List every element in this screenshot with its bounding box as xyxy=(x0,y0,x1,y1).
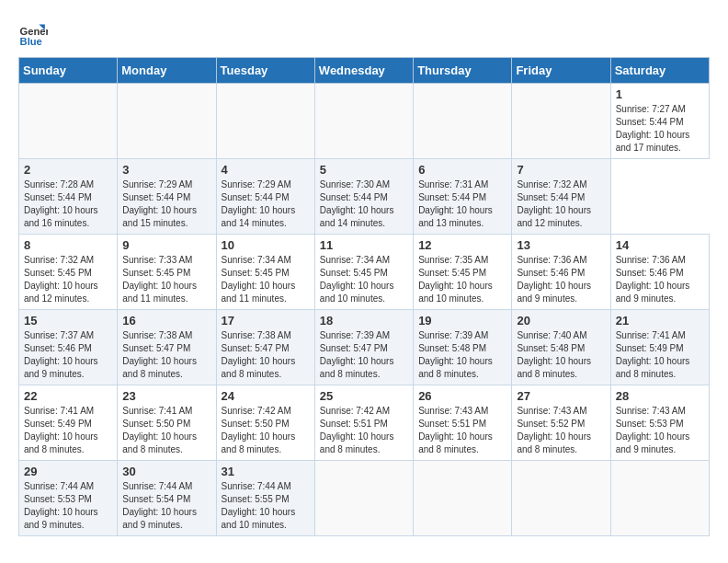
calendar-cell xyxy=(512,84,610,159)
day-number: 15 xyxy=(24,314,112,327)
day-number: 9 xyxy=(122,238,210,252)
day-number: 12 xyxy=(418,238,506,252)
day-number: 21 xyxy=(616,314,704,327)
calendar-cell: 24Sunrise: 7:42 AMSunset: 5:50 PMDayligh… xyxy=(216,385,314,461)
day-info: Sunrise: 7:36 AMSunset: 5:46 PMDaylight:… xyxy=(616,255,690,304)
day-info: Sunrise: 7:44 AMSunset: 5:53 PMDaylight:… xyxy=(24,481,98,530)
logo-icon: General Blue xyxy=(18,18,48,48)
day-number: 25 xyxy=(320,389,408,403)
day-number: 19 xyxy=(418,314,506,327)
day-info: Sunrise: 7:41 AMSunset: 5:49 PMDaylight:… xyxy=(616,330,690,379)
calendar-cell: 7Sunrise: 7:32 AMSunset: 5:44 PMDaylight… xyxy=(512,159,610,235)
day-info: Sunrise: 7:31 AMSunset: 5:44 PMDaylight:… xyxy=(418,179,493,228)
day-number: 29 xyxy=(24,465,112,478)
day-number: 13 xyxy=(517,238,605,252)
day-info: Sunrise: 7:27 AMSunset: 5:44 PMDaylight:… xyxy=(616,104,690,153)
day-header-sunday: Sunday xyxy=(19,58,118,84)
day-header-friday: Friday xyxy=(512,58,610,84)
day-header-thursday: Thursday xyxy=(414,58,512,84)
week-row-2: 2Sunrise: 7:28 AMSunset: 5:44 PMDaylight… xyxy=(19,159,710,235)
calendar-cell: 30Sunrise: 7:44 AMSunset: 5:54 PMDayligh… xyxy=(118,461,216,536)
day-header-saturday: Saturday xyxy=(610,58,709,84)
day-info: Sunrise: 7:29 AMSunset: 5:44 PMDaylight:… xyxy=(222,179,296,228)
week-row-6: 29Sunrise: 7:44 AMSunset: 5:53 PMDayligh… xyxy=(19,461,710,536)
day-number: 5 xyxy=(320,163,408,177)
calendar-cell xyxy=(610,461,709,536)
day-info: Sunrise: 7:42 AMSunset: 5:51 PMDaylight:… xyxy=(320,406,394,454)
calendar-cell: 9Sunrise: 7:33 AMSunset: 5:45 PMDaylight… xyxy=(118,235,216,310)
calendar-cell: 10Sunrise: 7:34 AMSunset: 5:45 PMDayligh… xyxy=(216,235,314,310)
calendar-cell: 5Sunrise: 7:30 AMSunset: 5:44 PMDaylight… xyxy=(314,159,413,235)
day-number: 10 xyxy=(222,238,310,252)
day-info: Sunrise: 7:44 AMSunset: 5:55 PMDaylight:… xyxy=(222,481,296,530)
calendar-cell: 28Sunrise: 7:43 AMSunset: 5:53 PMDayligh… xyxy=(610,385,709,461)
day-info: Sunrise: 7:44 AMSunset: 5:54 PMDaylight:… xyxy=(122,481,197,530)
day-info: Sunrise: 7:41 AMSunset: 5:49 PMDaylight:… xyxy=(24,406,98,454)
day-number: 30 xyxy=(122,465,210,478)
day-number: 16 xyxy=(122,314,210,327)
day-info: Sunrise: 7:36 AMSunset: 5:46 PMDaylight:… xyxy=(517,255,591,304)
day-number: 3 xyxy=(122,163,210,177)
calendar-cell: 23Sunrise: 7:41 AMSunset: 5:50 PMDayligh… xyxy=(118,385,216,461)
day-number: 2 xyxy=(24,163,112,177)
day-number: 23 xyxy=(122,389,210,403)
calendar-cell xyxy=(216,84,314,159)
calendar-cell xyxy=(314,461,413,536)
calendar-cell: 12Sunrise: 7:35 AMSunset: 5:45 PMDayligh… xyxy=(414,235,512,310)
calendar-table: SundayMondayTuesdayWednesdayThursdayFrid… xyxy=(18,57,710,536)
calendar-cell: 4Sunrise: 7:29 AMSunset: 5:44 PMDaylight… xyxy=(216,159,314,235)
calendar-cell: 20Sunrise: 7:40 AMSunset: 5:48 PMDayligh… xyxy=(512,310,610,385)
day-info: Sunrise: 7:34 AMSunset: 5:45 PMDaylight:… xyxy=(222,255,296,304)
day-number: 18 xyxy=(320,314,408,327)
day-number: 28 xyxy=(616,389,704,403)
day-number: 31 xyxy=(222,465,310,478)
week-row-5: 22Sunrise: 7:41 AMSunset: 5:49 PMDayligh… xyxy=(19,385,710,461)
day-info: Sunrise: 7:38 AMSunset: 5:47 PMDaylight:… xyxy=(222,330,296,379)
calendar-cell: 11Sunrise: 7:34 AMSunset: 5:45 PMDayligh… xyxy=(314,235,413,310)
day-number: 4 xyxy=(222,163,310,177)
calendar-cell xyxy=(512,461,610,536)
calendar-cell: 8Sunrise: 7:32 AMSunset: 5:45 PMDaylight… xyxy=(19,235,118,310)
calendar-cell: 18Sunrise: 7:39 AMSunset: 5:47 PMDayligh… xyxy=(314,310,413,385)
day-number: 8 xyxy=(24,238,112,252)
calendar-cell xyxy=(19,84,118,159)
calendar-cell: 1Sunrise: 7:27 AMSunset: 5:44 PMDaylight… xyxy=(610,84,709,159)
day-info: Sunrise: 7:37 AMSunset: 5:46 PMDaylight:… xyxy=(24,330,98,379)
calendar-cell: 19Sunrise: 7:39 AMSunset: 5:48 PMDayligh… xyxy=(414,310,512,385)
week-row-3: 8Sunrise: 7:32 AMSunset: 5:45 PMDaylight… xyxy=(19,235,710,310)
day-info: Sunrise: 7:43 AMSunset: 5:52 PMDaylight:… xyxy=(517,406,591,454)
day-number: 24 xyxy=(222,389,310,403)
day-info: Sunrise: 7:29 AMSunset: 5:44 PMDaylight:… xyxy=(122,179,197,228)
day-number: 27 xyxy=(517,389,605,403)
calendar-cell: 27Sunrise: 7:43 AMSunset: 5:52 PMDayligh… xyxy=(512,385,610,461)
day-info: Sunrise: 7:32 AMSunset: 5:44 PMDaylight:… xyxy=(517,179,591,228)
calendar-cell: 31Sunrise: 7:44 AMSunset: 5:55 PMDayligh… xyxy=(216,461,314,536)
day-number: 11 xyxy=(320,238,408,252)
calendar-cell: 14Sunrise: 7:36 AMSunset: 5:46 PMDayligh… xyxy=(610,235,709,310)
day-number: 20 xyxy=(517,314,605,327)
day-number: 22 xyxy=(24,389,112,403)
calendar-cell xyxy=(414,84,512,159)
day-info: Sunrise: 7:41 AMSunset: 5:50 PMDaylight:… xyxy=(122,406,197,454)
day-info: Sunrise: 7:39 AMSunset: 5:47 PMDaylight:… xyxy=(320,330,394,379)
day-info: Sunrise: 7:30 AMSunset: 5:44 PMDaylight:… xyxy=(320,179,394,228)
day-info: Sunrise: 7:35 AMSunset: 5:45 PMDaylight:… xyxy=(418,255,493,304)
day-number: 6 xyxy=(418,163,506,177)
week-row-4: 15Sunrise: 7:37 AMSunset: 5:46 PMDayligh… xyxy=(19,310,710,385)
day-info: Sunrise: 7:38 AMSunset: 5:47 PMDaylight:… xyxy=(122,330,197,379)
calendar-cell: 3Sunrise: 7:29 AMSunset: 5:44 PMDaylight… xyxy=(118,159,216,235)
day-info: Sunrise: 7:43 AMSunset: 5:53 PMDaylight:… xyxy=(616,406,690,454)
week-row-1: 1Sunrise: 7:27 AMSunset: 5:44 PMDaylight… xyxy=(19,84,710,159)
day-header-wednesday: Wednesday xyxy=(314,58,413,84)
logo: General Blue xyxy=(18,18,51,48)
calendar-cell: 2Sunrise: 7:28 AMSunset: 5:44 PMDaylight… xyxy=(19,159,118,235)
calendar-cell: 25Sunrise: 7:42 AMSunset: 5:51 PMDayligh… xyxy=(314,385,413,461)
calendar-cell: 15Sunrise: 7:37 AMSunset: 5:46 PMDayligh… xyxy=(19,310,118,385)
day-number: 26 xyxy=(418,389,506,403)
calendar-cell: 29Sunrise: 7:44 AMSunset: 5:53 PMDayligh… xyxy=(19,461,118,536)
day-info: Sunrise: 7:32 AMSunset: 5:45 PMDaylight:… xyxy=(24,255,98,304)
day-info: Sunrise: 7:40 AMSunset: 5:48 PMDaylight:… xyxy=(517,330,591,379)
day-number: 17 xyxy=(222,314,310,327)
day-info: Sunrise: 7:33 AMSunset: 5:45 PMDaylight:… xyxy=(122,255,197,304)
page-header: General Blue xyxy=(18,18,710,48)
